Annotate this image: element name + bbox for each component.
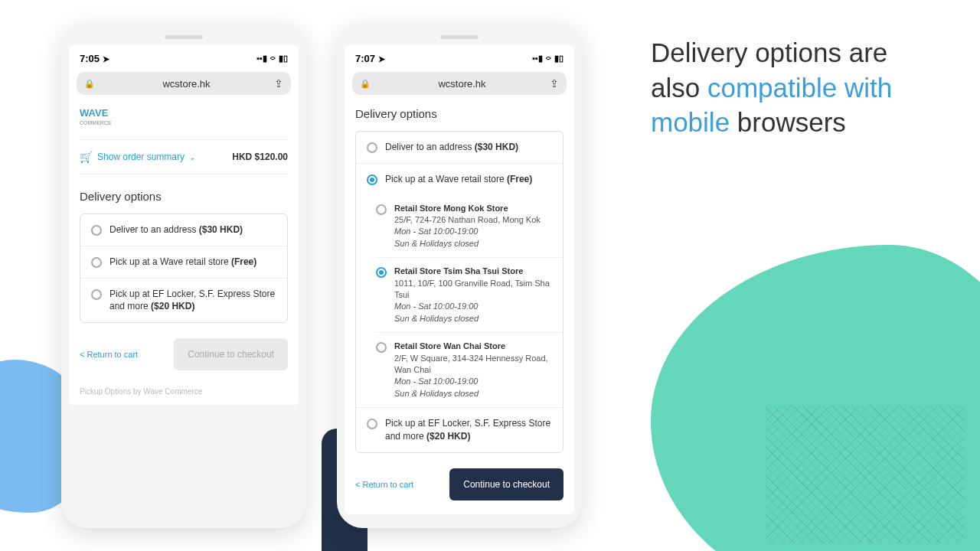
battery-icon: ▮▯: [279, 54, 288, 64]
phone-speaker: [165, 35, 203, 39]
phone-mockup-2: 7:07 ➤ ▪▪▮ ⌔ ▮▯ 🔒 wcstore.hk ⇪ Delivery …: [337, 23, 582, 528]
headline-part2: browsers: [730, 107, 846, 137]
radio-icon: [367, 419, 377, 429]
cart-icon: 🛒: [80, 151, 93, 163]
radio-icon: [376, 342, 387, 353]
url-text: wcstore.hk: [99, 78, 274, 90]
brand-logo: WAVE: [80, 107, 288, 119]
phone-speaker: [440, 35, 479, 39]
location-icon: ➤: [103, 54, 109, 64]
order-total: HKD $120.00: [232, 152, 288, 162]
lock-icon: 🔒: [84, 79, 95, 89]
url-text: wcstore.hk: [374, 78, 550, 90]
status-time: 7:05: [80, 53, 100, 64]
continue-checkout-button[interactable]: Continue to checkout: [449, 468, 564, 500]
status-time: 7:07: [355, 53, 375, 64]
wifi-icon: ⌔: [270, 54, 276, 64]
store-tsim-sha-tsui[interactable]: Retail Store Tsim Sha Tsui Store 1011, 1…: [376, 258, 563, 333]
section-title: Delivery options: [80, 190, 288, 203]
share-icon[interactable]: ⇪: [274, 77, 283, 90]
share-icon[interactable]: ⇪: [550, 77, 559, 90]
delivery-options-group: Deliver to an address ($30 HKD) Pick up …: [80, 214, 288, 323]
radio-icon: [91, 225, 102, 236]
chevron-down-icon: ⌄: [189, 153, 195, 161]
footnote: Pickup Options by Wave Commerce: [80, 387, 288, 396]
store-list: Retail Store Mong Kok Store 25/F, 724-72…: [356, 195, 563, 407]
phone-mockup-1: 7:05 ➤ ▪▪▮ ⌔ ▮▯ 🔒 wcstore.hk ⇪ WAVE COMM…: [61, 23, 306, 528]
return-to-cart-link[interactable]: < Return to cart: [355, 480, 413, 489]
radio-icon: [91, 257, 102, 268]
radio-icon: [376, 267, 387, 278]
status-bar: 7:07 ➤ ▪▪▮ ⌔ ▮▯: [345, 45, 574, 69]
brand-logo-subtitle: COMMERCE: [80, 120, 288, 126]
option-deliver-address[interactable]: Deliver to an address ($30 HKD): [356, 132, 563, 164]
status-bar: 7:05 ➤ ▪▪▮ ⌔ ▮▯: [69, 45, 299, 69]
option-ef-locker[interactable]: Pick up at EF Locker, S.F. Express Store…: [356, 407, 563, 452]
continue-checkout-button[interactable]: Continue to checkout: [174, 338, 288, 370]
wifi-icon: ⌔: [546, 54, 551, 64]
radio-icon: [367, 174, 377, 185]
decorative-dots: [766, 406, 965, 543]
store-wan-chai[interactable]: Retail Store Wan Chai Store 2/F, W Squar…: [376, 333, 563, 407]
option-deliver-address[interactable]: Deliver to an address ($30 HKD): [80, 214, 287, 246]
option-pickup-wave[interactable]: Pick up at a Wave retail store (Free): [80, 246, 287, 279]
option-pickup-wave[interactable]: Pick up at a Wave retail store (Free): [356, 164, 563, 195]
browser-address-bar[interactable]: 🔒 wcstore.hk ⇪: [352, 72, 567, 95]
store-mong-kok[interactable]: Retail Store Mong Kok Store 25/F, 724-72…: [376, 195, 563, 259]
summary-label: Show order summary: [97, 152, 185, 162]
signal-icon: ▪▪▮: [256, 54, 267, 64]
radio-icon: [376, 204, 387, 215]
radio-icon: [91, 289, 102, 300]
radio-icon: [367, 142, 377, 153]
browser-address-bar[interactable]: 🔒 wcstore.hk ⇪: [77, 72, 291, 95]
headline: Delivery options are also compatible wit…: [651, 35, 934, 140]
delivery-options-group: Deliver to an address ($30 HKD) Pick up …: [355, 131, 564, 453]
order-summary-toggle[interactable]: 🛒 Show order summary ⌄ HKD $120.00: [80, 139, 288, 174]
location-icon: ➤: [378, 54, 385, 64]
option-ef-locker[interactable]: Pick up at EF Locker, S.F. Express Store…: [80, 279, 287, 323]
return-to-cart-link[interactable]: < Return to cart: [80, 350, 138, 359]
lock-icon: 🔒: [360, 79, 371, 89]
section-title: Delivery options: [355, 107, 564, 120]
battery-icon: ▮▯: [554, 54, 564, 64]
signal-icon: ▪▪▮: [532, 54, 543, 64]
